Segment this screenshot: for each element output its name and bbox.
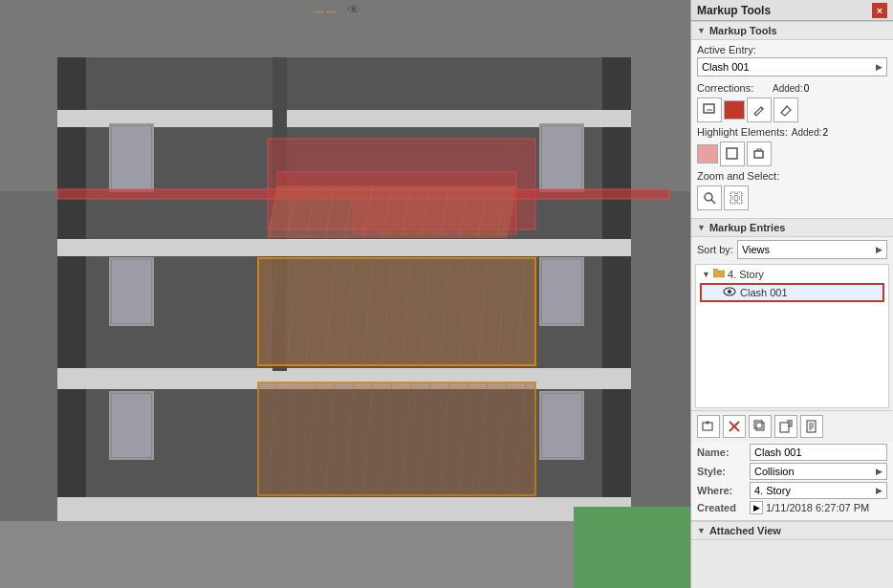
tree-item-clash001[interactable]: Clash 001 <box>700 283 884 302</box>
svg-rect-19 <box>542 260 581 323</box>
tree-group-story[interactable]: ▼ 4. Story <box>696 267 888 282</box>
active-entry-row: Active Entry: <box>697 44 887 55</box>
correction-draw-btn[interactable] <box>697 98 722 122</box>
svg-rect-21 <box>542 394 581 457</box>
corrections-row: Corrections: Added: 0 <box>697 82 887 94</box>
corrections-tools-row <box>697 98 887 122</box>
export-entry-btn[interactable] <box>774 415 797 438</box>
active-entry-dropdown[interactable]: Clash 001 ▶ <box>697 57 887 76</box>
correction-color-swatch[interactable] <box>724 100 745 120</box>
svg-rect-5 <box>602 57 631 535</box>
detail-style-value: Collision <box>754 466 795 477</box>
highlight-label: Highlight Elements: <box>697 126 788 138</box>
attached-view-section: ▼ Attached View <box>691 520 893 588</box>
svg-marker-40 <box>258 258 535 365</box>
svg-line-80 <box>711 200 715 204</box>
svg-rect-17 <box>542 126 581 189</box>
duplicate-entry-btn[interactable] <box>749 415 772 438</box>
action-buttons-row <box>691 410 893 442</box>
svg-text:👁: 👁 <box>347 2 360 17</box>
correction-pencil-btn[interactable] <box>747 98 772 122</box>
markup-entries-arrow: ▼ <box>697 223 706 232</box>
attached-view-content <box>691 540 893 588</box>
markup-tree: ▼ 4. Story Clash 001 <box>695 264 889 408</box>
active-entry-arrow: ▶ <box>876 62 882 72</box>
svg-rect-74 <box>704 104 714 113</box>
highlight-row: Highlight Elements: Added: 2 <box>697 126 887 138</box>
svg-rect-13 <box>112 260 151 323</box>
detail-created-row: Created ▶ 1/11/2018 6:27:07 PM <box>697 501 887 514</box>
detail-where-label: Where: <box>697 485 750 496</box>
highlight-select-btn[interactable] <box>747 142 772 166</box>
detail-name-label: Name: <box>697 446 750 458</box>
detail-style-value-box[interactable]: Collision ▶ <box>750 463 887 480</box>
zoom-select-label: Zoom and Select: <box>697 170 887 182</box>
detail-created-play-btn[interactable]: ▶ <box>750 501 763 514</box>
detail-name-value-box[interactable]: Clash 001 <box>750 444 887 461</box>
file-entry-btn[interactable] <box>800 415 823 438</box>
svg-rect-4 <box>57 57 86 535</box>
svg-point-79 <box>705 193 712 201</box>
close-button[interactable]: × <box>872 3 887 18</box>
detail-where-row: Where: 4. Story ▶ <box>697 482 887 499</box>
eye-icon <box>723 287 736 298</box>
svg-text:--- ---: --- --- <box>315 6 337 16</box>
highlight-added-value: 2 <box>822 127 828 138</box>
panel-header: Markup Tools × <box>691 0 893 21</box>
svg-line-76 <box>761 107 763 109</box>
svg-rect-15 <box>112 394 151 457</box>
svg-rect-8 <box>57 239 631 256</box>
add-entry-btn[interactable] <box>697 415 720 438</box>
svg-rect-93 <box>754 421 762 428</box>
folder-icon <box>713 269 725 280</box>
svg-rect-92 <box>756 423 764 430</box>
svg-point-86 <box>728 290 731 294</box>
detail-where-value-box[interactable]: 4. Story ▶ <box>750 482 887 499</box>
sort-value: Views <box>742 244 770 255</box>
detail-name-value: Clash 001 <box>754 446 802 458</box>
sort-row: Sort by: Views ▶ <box>691 237 893 262</box>
sort-arrow: ▶ <box>876 245 882 254</box>
attached-view-header[interactable]: ▼ Attached View <box>691 521 893 540</box>
detail-created-label: Created <box>697 502 750 513</box>
corrections-added-value: 0 <box>804 83 810 94</box>
tree-group-arrow: ▼ <box>702 270 710 279</box>
detail-where-arrow: ▶ <box>876 486 882 495</box>
attached-view-arrow: ▼ <box>697 526 706 535</box>
tree-group-label: 4. Story <box>728 269 764 280</box>
zoom-btn[interactable] <box>697 185 722 210</box>
markup-tools-label: Markup Tools <box>709 25 777 36</box>
svg-rect-78 <box>754 151 763 158</box>
detail-style-row: Style: Collision ▶ <box>697 463 887 480</box>
3d-viewport[interactable]: --- --- 👁 <box>0 0 690 588</box>
markup-entries-header[interactable]: ▼ Markup Entries <box>691 218 893 237</box>
corrections-label: Corrections: <box>697 82 769 94</box>
highlight-box-btn[interactable] <box>720 142 745 166</box>
panel-title: Markup Tools <box>697 4 771 17</box>
delete-entry-btn[interactable] <box>723 415 746 438</box>
correction-eraser-btn[interactable] <box>773 98 798 122</box>
active-entry-label: Active Entry: <box>697 44 764 55</box>
svg-rect-83 <box>730 199 735 204</box>
sort-dropdown[interactable]: Views ▶ <box>737 240 887 259</box>
svg-rect-81 <box>730 192 735 197</box>
sort-label: Sort by: <box>697 244 733 255</box>
detail-created-value: 1/11/2018 6:27:07 PM <box>766 502 869 513</box>
detail-where-value: 4. Story <box>754 485 791 496</box>
svg-rect-84 <box>737 199 742 204</box>
tree-item-label: Clash 001 <box>740 287 788 298</box>
select-btn[interactable] <box>724 185 749 210</box>
svg-rect-6 <box>57 497 631 521</box>
svg-marker-55 <box>258 382 535 495</box>
markup-tools-arrow: ▼ <box>697 26 706 35</box>
svg-rect-96 <box>807 421 816 432</box>
detail-style-label: Style: <box>697 466 750 477</box>
markup-tools-content: Active Entry: Clash 001 ▶ Corrections: A… <box>691 40 893 218</box>
markup-entries-label: Markup Entries <box>709 222 785 233</box>
highlight-color-swatch[interactable] <box>697 144 718 163</box>
attached-view-label: Attached View <box>709 525 781 536</box>
highlight-tools-row <box>697 142 887 166</box>
svg-rect-77 <box>727 148 737 159</box>
svg-rect-11 <box>112 126 151 189</box>
markup-tools-header[interactable]: ▼ Markup Tools <box>691 21 893 40</box>
